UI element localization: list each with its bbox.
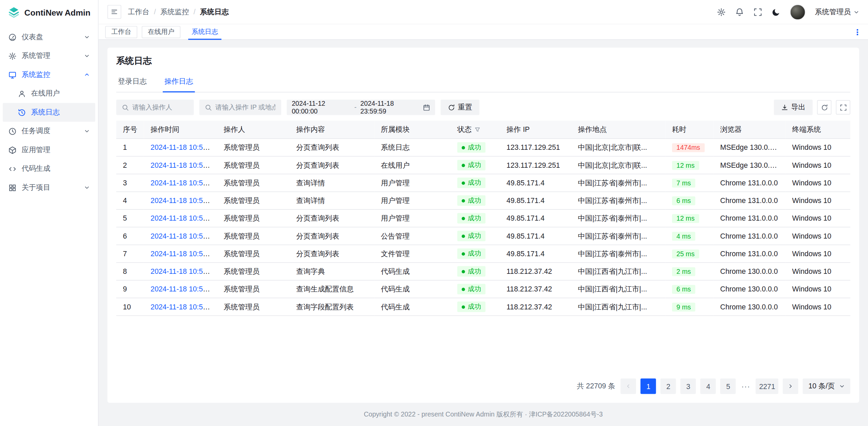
status-dot-icon bbox=[462, 163, 465, 167]
operation-time-link[interactable]: 2024-11-18 10:51:50 bbox=[151, 267, 217, 276]
breadcrumb-item-system-monitor[interactable]: 系统监控 bbox=[160, 7, 189, 17]
table-row: 12024-11-18 10:52:55系统管理员分页查询列表系统日志成功123… bbox=[116, 139, 850, 156]
pagination-page-3[interactable]: 3 bbox=[680, 379, 696, 394]
status-badge: 成功 bbox=[457, 248, 486, 259]
sidebar-item-system-logs[interactable]: 系统日志 bbox=[3, 103, 95, 122]
notification-bell-icon[interactable] bbox=[735, 7, 744, 16]
fullscreen-icon[interactable] bbox=[753, 7, 762, 16]
sidebar-item-system-management[interactable]: 系统管理 bbox=[3, 46, 95, 65]
column-header-browser: 浏览器 bbox=[713, 121, 785, 139]
cell-module: 公告管理 bbox=[374, 227, 451, 245]
cell-os: Windows 10 bbox=[786, 156, 850, 174]
cell-browser: Chrome 131.0.0.0 bbox=[713, 209, 785, 227]
sidebar-item-about-project[interactable]: 关于项目 bbox=[3, 178, 95, 197]
operation-time-link[interactable]: 2024-11-18 10:51:52 bbox=[151, 249, 217, 258]
cell-ip: 49.85.171.4 bbox=[500, 209, 571, 227]
status-label: 成功 bbox=[468, 143, 481, 152]
pagination-page-4[interactable]: 4 bbox=[701, 379, 716, 394]
operation-time-link[interactable]: 2024-11-18 10:52:55 bbox=[151, 143, 217, 151]
pagination-page-2[interactable]: 2 bbox=[660, 379, 676, 394]
sidebar-item-online-users[interactable]: 在线用户 bbox=[3, 84, 95, 103]
sidebar-collapse-button[interactable] bbox=[107, 5, 121, 19]
ip-search-input[interactable] bbox=[215, 103, 276, 111]
sidebar-item-label: 任务调度 bbox=[22, 126, 79, 136]
sidebar-item-dashboard[interactable]: 仪表盘 bbox=[3, 28, 95, 47]
workspace-tab-workspace[interactable]: 工作台 bbox=[105, 26, 137, 38]
sidebar-item-label: 系统日志 bbox=[31, 107, 90, 117]
workspace-tab-system-logs[interactable]: 系统日志 bbox=[185, 24, 225, 40]
pagination-page-5[interactable]: 5 bbox=[721, 379, 736, 394]
cell-duration: 4 ms bbox=[665, 227, 713, 245]
duration-tag: 25 ms bbox=[672, 249, 699, 258]
monitor-icon bbox=[8, 70, 16, 79]
operation-time-link[interactable]: 2024-11-18 10:51:49 bbox=[151, 303, 217, 311]
table-refresh-button[interactable] bbox=[817, 100, 831, 115]
operation-time-link[interactable]: 2024-11-18 10:51:49 bbox=[151, 285, 217, 293]
cell-time: 2024-11-18 10:52:47 bbox=[144, 156, 217, 174]
chevron-down-icon bbox=[84, 185, 90, 190]
cell-location: 中国|江西省|九江市|... bbox=[571, 263, 666, 280]
cell-time: 2024-11-18 10:52:55 bbox=[144, 139, 217, 156]
cell-status: 成功 bbox=[451, 280, 500, 298]
reset-button[interactable]: 重置 bbox=[441, 100, 479, 115]
filter-bar: 2024-11-12 00:00:00 - 2024-11-18 23:59:5… bbox=[116, 100, 850, 115]
cell-index: 5 bbox=[116, 209, 144, 227]
sidebar-item-task-schedule[interactable]: 任务调度 bbox=[3, 122, 95, 141]
sidebar-item-app-management[interactable]: 应用管理 bbox=[3, 141, 95, 160]
status-label: 成功 bbox=[468, 249, 481, 259]
pagination-ellipsis[interactable]: ··· bbox=[740, 382, 751, 390]
operation-time-link[interactable]: 2024-11-18 10:52:12 bbox=[151, 179, 217, 187]
tabbar-more-icon[interactable]: ⋮ bbox=[854, 28, 862, 36]
cell-time: 2024-11-18 10:51:53 bbox=[144, 227, 217, 245]
grid-icon bbox=[8, 183, 16, 191]
user-menu[interactable]: 系统管理员 bbox=[815, 7, 859, 17]
breadcrumb-item-workspace[interactable]: 工作台 bbox=[128, 7, 150, 17]
dark-mode-moon-icon[interactable] bbox=[772, 7, 781, 16]
pagination-next-button[interactable] bbox=[783, 379, 798, 394]
table-row: 32024-11-18 10:52:12系统管理员查询详情用户管理成功49.85… bbox=[116, 174, 850, 191]
date-start-value: 2024-11-12 00:00:00 bbox=[292, 100, 350, 115]
column-header-status: 状态 bbox=[451, 121, 500, 139]
operator-search-input[interactable] bbox=[132, 103, 188, 111]
pagination-page-1[interactable]: 1 bbox=[641, 379, 656, 394]
cell-status: 成功 bbox=[451, 174, 500, 191]
filter-funnel-icon[interactable] bbox=[474, 126, 480, 133]
tab-operation-logs[interactable]: 操作日志 bbox=[163, 74, 195, 93]
pagination-last-page[interactable]: 2271 bbox=[756, 379, 778, 394]
cell-operator: 系统管理员 bbox=[217, 192, 290, 209]
table-fullscreen-button[interactable] bbox=[836, 100, 850, 115]
user-avatar[interactable] bbox=[790, 4, 806, 20]
sidebar-item-code-generation[interactable]: 代码生成 bbox=[3, 159, 95, 178]
cell-operator: 系统管理员 bbox=[217, 280, 290, 298]
cell-index: 10 bbox=[116, 298, 144, 316]
cell-time: 2024-11-18 10:52:12 bbox=[144, 174, 217, 191]
cell-os: Windows 10 bbox=[786, 263, 850, 280]
export-button[interactable]: 导出 bbox=[774, 100, 812, 115]
date-range-picker[interactable]: 2024-11-12 00:00:00 - 2024-11-18 23:59:5… bbox=[287, 100, 435, 115]
cell-browser: Chrome 130.0.0.0 bbox=[713, 280, 785, 298]
operation-time-link[interactable]: 2024-11-18 10:51:53 bbox=[151, 232, 217, 240]
table-row: 62024-11-18 10:51:53系统管理员分页查询列表公告管理成功49.… bbox=[116, 227, 850, 245]
cell-browser: Chrome 130.0.0.0 bbox=[713, 263, 785, 280]
page-size-select[interactable]: 10 条/页 bbox=[803, 379, 850, 394]
sidebar-item-system-monitor[interactable]: 系统监控 bbox=[3, 65, 95, 84]
table-row: 42024-11-18 10:52:05系统管理员查询详情用户管理成功49.85… bbox=[116, 192, 850, 209]
status-dot-icon bbox=[462, 146, 465, 149]
operation-time-link[interactable]: 2024-11-18 10:52:47 bbox=[151, 161, 217, 169]
ip-search-field[interactable] bbox=[199, 100, 281, 115]
operation-time-link[interactable]: 2024-11-18 10:52:05 bbox=[151, 197, 217, 205]
cell-os: Windows 10 bbox=[786, 192, 850, 209]
cell-content: 查询字段配置列表 bbox=[290, 298, 374, 316]
tab-login-logs[interactable]: 登录日志 bbox=[116, 74, 149, 92]
brand[interactable]: ContiNew Admin bbox=[0, 0, 98, 24]
cell-duration: 1474ms bbox=[665, 139, 713, 156]
settings-gear-icon[interactable] bbox=[717, 7, 726, 16]
operation-time-link[interactable]: 2024-11-18 10:51:55 bbox=[151, 214, 217, 222]
status-badge: 成功 bbox=[457, 213, 486, 224]
cell-duration: 7 ms bbox=[665, 174, 713, 191]
cell-index: 8 bbox=[116, 263, 144, 280]
operator-search-field[interactable] bbox=[116, 100, 194, 115]
pagination-prev-button[interactable] bbox=[621, 379, 636, 394]
sidebar-item-label: 系统管理 bbox=[22, 51, 79, 61]
workspace-tab-online-users[interactable]: 在线用户 bbox=[142, 26, 180, 38]
